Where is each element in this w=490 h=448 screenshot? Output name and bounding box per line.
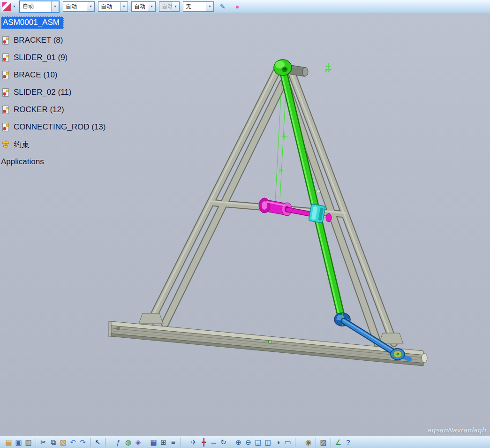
camera-icon[interactable]: ◉	[303, 437, 313, 448]
copy-icon[interactable]: ⧉	[48, 437, 58, 448]
save-icon[interactable]: ▣	[14, 437, 23, 448]
tree-item-slider-01[interactable]: SLIDER_01 (9)	[1, 52, 106, 63]
tree-item-applications[interactable]: Applications	[1, 156, 106, 167]
select-icon[interactable]: ↖	[93, 437, 103, 448]
chevron-down-icon[interactable]: ▼	[13, 5, 16, 8]
chevron-down-icon[interactable]: ▼	[51, 1, 59, 12]
render-icon[interactable]: ▨	[318, 437, 328, 448]
chevron-down-icon[interactable]: ▼	[148, 2, 155, 11]
help-icon[interactable]: ?	[343, 437, 353, 448]
rail-constraint-point	[268, 340, 272, 344]
toolbar-separator	[331, 438, 331, 447]
chevron-down-icon: ▼	[172, 2, 179, 11]
undo-icon[interactable]: ↶	[68, 437, 78, 448]
rotate-icon[interactable]: ↻	[219, 437, 228, 448]
material-ball-icon[interactable]: ●	[232, 1, 243, 12]
toolbar-separator	[181, 438, 181, 447]
part-icon	[1, 53, 10, 62]
part-icon	[1, 70, 10, 80]
view-filter-icon[interactable]	[2, 2, 11, 11]
redo-icon[interactable]: ↷	[78, 437, 88, 448]
combo-value: 无	[183, 2, 206, 11]
tree-item-label: SLIDER_02 (11)	[14, 88, 71, 97]
globe-icon[interactable]: ◍	[123, 437, 133, 448]
paste-icon[interactable]: ▧	[58, 437, 68, 448]
combo-value: 自动	[159, 2, 172, 11]
tree-item-slider-02[interactable]: SLIDER_02 (11)	[1, 87, 106, 98]
zoom-out-icon[interactable]: ⊖	[243, 437, 253, 448]
slider-02[interactable]	[309, 204, 325, 223]
chevron-down-icon[interactable]: ▼	[206, 2, 213, 11]
chevron-down-icon[interactable]: ▼	[87, 2, 94, 11]
chevron-down-icon[interactable]: ▼	[120, 2, 128, 11]
constraint-mode-combo[interactable]: 自动 ▼	[19, 0, 60, 13]
tree-item-connecting-rod[interactable]: CONNECTING_ROD (13)	[1, 121, 106, 133]
formula-icon[interactable]: ƒ	[113, 437, 123, 448]
part-icon	[1, 105, 10, 114]
structure-icon[interactable]: ≡	[168, 437, 178, 448]
open-folder-icon[interactable]: ▤	[4, 437, 14, 448]
compass-icon[interactable]: ╋	[199, 437, 209, 448]
constraint-point	[317, 190, 320, 193]
tree-item-label: ROCKER (12)	[14, 105, 64, 114]
grid-icon[interactable]: ▦	[149, 437, 158, 448]
fit-all-icon[interactable]: ◱	[253, 437, 263, 448]
fly-icon[interactable]: ✈	[189, 437, 199, 448]
tree-item-label: BRACE (10)	[14, 70, 58, 80]
tolerance-combo[interactable]: 自动 ▼	[98, 1, 128, 12]
axis-system-combo[interactable]: 无 ▼	[183, 1, 214, 12]
rocker[interactable]	[281, 71, 342, 319]
toolbar-separator	[36, 438, 36, 447]
update-mode-combo[interactable]: 自动 ▼	[63, 1, 95, 12]
fix-anchor-icon	[325, 63, 332, 72]
sketch-analysis-icon[interactable]: ✎	[217, 1, 228, 12]
hide-show-icon[interactable]: ▭	[283, 437, 293, 448]
print-icon[interactable]: ▥	[23, 437, 33, 448]
tree-item-label: BRACKET (8)	[14, 36, 63, 45]
toolbar-separator	[231, 438, 231, 447]
knowledge-icon[interactable]: ◈	[133, 437, 143, 448]
tree-item-label: SLIDER_01 (9)	[14, 53, 68, 62]
combo-value: 自动	[20, 1, 51, 12]
pan-icon[interactable]: ↔	[209, 437, 219, 448]
cut-icon[interactable]: ✂	[38, 437, 48, 448]
constraints-icon	[1, 140, 10, 149]
tree-item-label: CONNECTING_ROD (13)	[14, 122, 106, 132]
tree-item-rocker[interactable]: ROCKER (12)	[1, 104, 106, 115]
toolbar-separator	[105, 438, 106, 447]
tree-item-label: ASM0001_ASM	[1, 16, 64, 29]
tree-item-bracket[interactable]: BRACKET (8)	[1, 35, 106, 46]
part-icon	[1, 36, 10, 45]
combo-value: 自动	[132, 2, 148, 11]
toolbar-separator	[90, 438, 90, 447]
filter-combo[interactable]: 自动 ▼	[159, 1, 180, 12]
tree-item-root-assembly[interactable]: ASM0001_ASM	[1, 17, 106, 28]
combo-value: 自动	[98, 2, 120, 11]
shading-icon[interactable]: ◑	[273, 437, 283, 448]
tree-item-brace[interactable]: BRACE (10)	[1, 69, 106, 81]
part-icon	[1, 122, 10, 132]
bottom-toolbar: ▤ ▣ ▥ ✂ ⧉ ▧ ↶ ↷ ↖ ƒ ◍ ◈ ▦ ⊞ ≡ ✈ ╋ ↔ ↻ ⊕ …	[0, 436, 490, 448]
multi-view-icon[interactable]: ◫	[263, 437, 273, 448]
spec-tree: ASM0001_ASM BRACKET (8) SLIDER_01 (9) BR…	[1, 17, 106, 174]
tree-item-label: 约束	[14, 139, 30, 150]
combo-value: 自动	[63, 2, 87, 11]
watermark-text: aqsanNavranlaqh	[428, 426, 486, 434]
toolbar-separator	[295, 438, 295, 447]
units-combo[interactable]: 自动 ▼	[131, 1, 156, 12]
top-toolbar: ▼ 自动 ▼ 自动 ▼ 自动 ▼ 自动 ▼ 自动 ▼ 无 ▼ ✎ ●	[0, 0, 490, 13]
measure-icon[interactable]: ∠	[333, 437, 343, 448]
tree-item-label: Applications	[1, 157, 44, 167]
zoom-in-icon[interactable]: ⊕	[234, 437, 243, 448]
part-icon	[1, 88, 10, 97]
toolbar-separator	[316, 438, 316, 447]
slider-pin-end[interactable]	[326, 213, 332, 222]
snap-icon[interactable]: ⊞	[158, 437, 168, 448]
tree-item-constraints[interactable]: 约束	[1, 139, 106, 150]
rocker-top-joint[interactable]	[274, 60, 292, 76]
